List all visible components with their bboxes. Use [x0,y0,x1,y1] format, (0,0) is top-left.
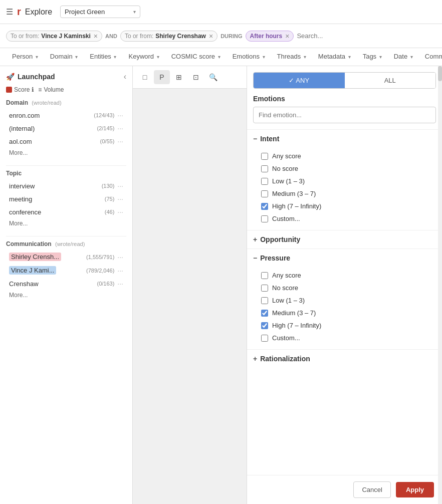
domain-item-menu-enron[interactable]: ··· [117,111,123,119]
filter-remove-1[interactable]: × [94,33,98,40]
comm-item-menu-vince[interactable]: ··· [117,267,123,275]
score-button[interactable]: Score ℹ [6,86,34,93]
topic-more-link[interactable]: More... [6,219,126,228]
toolbar-icon-grid[interactable]: ⊞ [171,70,187,84]
toggle-all-button[interactable]: ALL [345,73,436,88]
domain-item-internal[interactable]: (internal) (2/145) ··· [6,122,126,134]
pressure-custom[interactable]: Custom... [261,332,436,344]
pressure-any-score[interactable]: Any score [261,269,436,282]
domain-item-name-internal: (internal) [9,125,35,132]
filter-search-input[interactable] [297,32,436,40]
tab-comments[interactable]: Commen ▾ [419,49,442,65]
filter-remove-2[interactable]: × [209,33,213,40]
scrollbar[interactable] [438,66,442,504]
plus-icon: + [253,235,257,243]
intent-any-score-checkbox[interactable] [261,153,268,160]
pressure-high-checkbox[interactable] [261,322,268,329]
divider-2 [6,236,126,236]
topic-item-menu-interview[interactable]: ··· [117,182,123,190]
pressure-medium-checkbox[interactable] [261,310,268,317]
tab-date[interactable]: Date ▾ [388,49,419,65]
intent-high[interactable]: High (7 – Infinity) [261,200,436,212]
intent-low[interactable]: Low (1 – 3) [261,175,436,187]
project-name: Project Green [65,8,105,16]
intent-custom-checkbox[interactable] [261,215,268,222]
domain-item-enron[interactable]: enron.com (124/43) ··· [6,109,126,121]
topic-item-conference[interactable]: conference (46) ··· [6,206,126,218]
comm-item-crenshaw[interactable]: Crenshaw (0/163) ··· [6,278,126,290]
apply-button[interactable]: Apply [396,482,434,497]
filter-remove-3[interactable]: × [285,33,289,40]
tab-domain[interactable]: Domain ▾ [44,49,84,65]
toolbar-icon-square[interactable]: □ [137,70,153,84]
menu-icon[interactable]: ☰ [6,7,13,17]
intent-section-header[interactable]: − Intent [247,130,442,148]
domain-item-menu-aol[interactable]: ··· [117,137,123,145]
tab-keyword[interactable]: Keyword ▾ [122,49,165,65]
project-selector[interactable]: Project Green ▾ [60,6,140,18]
comm-more-link[interactable]: More... [6,291,126,300]
filter-tag-shirley: To or from: Shirley Crenshaw × [120,31,217,42]
chevron-down-icon: ▾ [263,54,265,60]
sidebar-title-label: Launchpad [18,73,55,81]
pressure-high[interactable]: High (7 – Infinity) [261,319,436,332]
pressure-low-checkbox[interactable] [261,297,268,304]
volume-label: Volume [44,86,64,93]
toggle-any-button[interactable]: ✓ ANY [254,73,345,88]
topic-item-right-interview: (130) ··· [102,182,123,190]
toolbar-icon-search[interactable]: 🔍 [205,70,221,84]
topic-item-menu-meeting[interactable]: ··· [117,195,123,203]
pressure-medium[interactable]: Medium (3 – 7) [261,307,436,319]
cancel-button[interactable]: Cancel [353,481,390,498]
pressure-low[interactable]: Low (1 – 3) [261,294,436,307]
intent-no-score-checkbox[interactable] [261,165,268,172]
chevron-down-icon: ▾ [157,54,159,60]
pressure-section-header[interactable]: − Pressure [247,249,442,267]
comm-item-shirley[interactable]: Shirley Crensh... (1,555/791) ··· [6,250,126,263]
tab-entities[interactable]: Entities ▾ [84,49,122,65]
pressure-any-score-checkbox[interactable] [261,272,268,279]
scrollbar-thumb[interactable] [438,66,442,81]
domain-more-link[interactable]: More... [6,148,126,157]
comm-item-right-vince: (789/2,046) ··· [86,267,123,275]
pressure-no-score-checkbox[interactable] [261,285,268,292]
tab-emotions[interactable]: Emotions ▾ [227,49,271,65]
topic-section-title: Topic [6,170,126,177]
intent-custom[interactable]: Custom... [261,212,436,225]
tab-person[interactable]: Person ▾ [6,49,44,65]
topic-item-interview[interactable]: interview (130) ··· [6,180,126,192]
rocket-icon: 🚀 [6,73,15,81]
app-logo: r [17,6,21,18]
intent-low-checkbox[interactable] [261,178,268,185]
domain-item-count-enron: (124/43) [94,112,114,118]
comm-item-vince[interactable]: Vince J Kami... (789/2,046) ··· [6,264,126,277]
pressure-no-score[interactable]: No score [261,282,436,294]
intent-any-score[interactable]: Any score [261,150,436,162]
sidebar-collapse-button[interactable]: ‹ [124,72,126,81]
intent-medium[interactable]: Medium (3 – 7) [261,187,436,200]
domain-item-menu-internal[interactable]: ··· [117,124,123,132]
pressure-custom-checkbox[interactable] [261,335,268,342]
opportunity-section-header[interactable]: + Opportunity [247,230,442,248]
score-info-icon: ℹ [32,86,34,93]
tab-metadata[interactable]: Metadata ▾ [312,49,357,65]
emotions-search-input[interactable] [253,107,436,123]
topic-item-meeting[interactable]: meeting (75) ··· [6,193,126,205]
intent-high-checkbox[interactable] [261,203,268,210]
tab-cosmic-score[interactable]: COSMIC score ▾ [165,49,227,65]
intent-no-score[interactable]: No score [261,162,436,175]
rationalization-section-header[interactable]: + Rationalization [247,350,442,368]
comm-item-menu-crenshaw[interactable]: ··· [117,280,123,288]
volume-lines-icon: ≡ [38,86,42,93]
toolbar-icon-p[interactable]: P [154,70,170,84]
toolbar-icon-layout[interactable]: ⊡ [188,70,204,84]
chevron-down-icon: ▾ [75,54,78,60]
domain-item-aol[interactable]: aol.com (0/55) ··· [6,135,126,147]
tab-tags[interactable]: Tags ▾ [357,49,388,65]
comm-item-menu-shirley[interactable]: ··· [117,253,123,261]
tab-threads[interactable]: Threads ▾ [271,49,312,65]
overlay-content: ✓ ANY ALL Emotions − Intent [247,66,442,475]
volume-button[interactable]: ≡ Volume [38,86,64,93]
topic-item-menu-conference[interactable]: ··· [117,208,123,216]
intent-medium-checkbox[interactable] [261,190,268,197]
